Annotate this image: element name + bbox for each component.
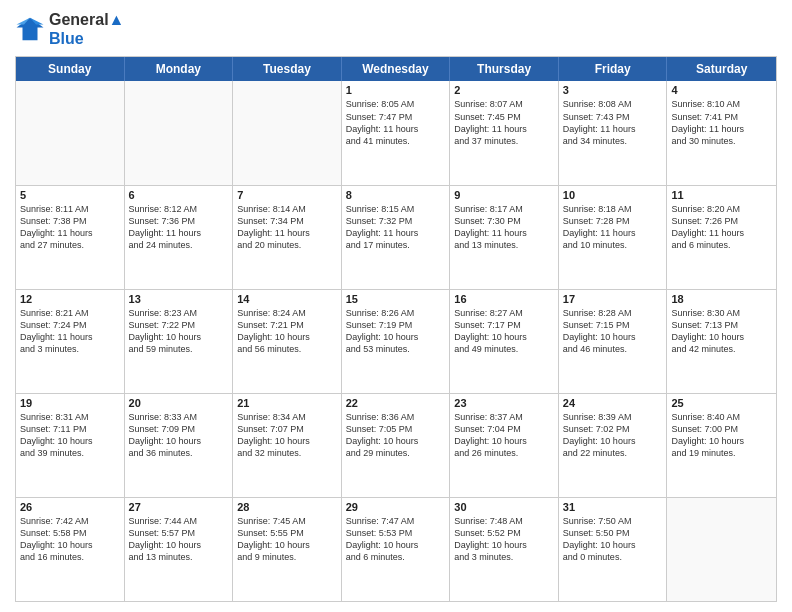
cell-info: Sunrise: 8:37 AM Sunset: 7:04 PM Dayligh… (454, 411, 554, 460)
day-number: 30 (454, 501, 554, 513)
day-number: 25 (671, 397, 772, 409)
day-number: 23 (454, 397, 554, 409)
calendar-cell: 18Sunrise: 8:30 AM Sunset: 7:13 PM Dayli… (667, 290, 776, 393)
cell-info: Sunrise: 7:48 AM Sunset: 5:52 PM Dayligh… (454, 515, 554, 564)
day-number: 24 (563, 397, 663, 409)
calendar-cell: 1Sunrise: 8:05 AM Sunset: 7:47 PM Daylig… (342, 81, 451, 184)
day-number: 20 (129, 397, 229, 409)
day-number: 7 (237, 189, 337, 201)
day-number: 2 (454, 84, 554, 96)
calendar-cell: 3Sunrise: 8:08 AM Sunset: 7:43 PM Daylig… (559, 81, 668, 184)
day-number: 4 (671, 84, 772, 96)
cell-info: Sunrise: 8:27 AM Sunset: 7:17 PM Dayligh… (454, 307, 554, 356)
day-number: 12 (20, 293, 120, 305)
cell-info: Sunrise: 8:12 AM Sunset: 7:36 PM Dayligh… (129, 203, 229, 252)
day-number: 11 (671, 189, 772, 201)
weekday-header: Sunday (16, 57, 125, 81)
calendar-cell: 4Sunrise: 8:10 AM Sunset: 7:41 PM Daylig… (667, 81, 776, 184)
day-number: 13 (129, 293, 229, 305)
day-number: 31 (563, 501, 663, 513)
calendar-cell: 11Sunrise: 8:20 AM Sunset: 7:26 PM Dayli… (667, 186, 776, 289)
calendar-cell: 6Sunrise: 8:12 AM Sunset: 7:36 PM Daylig… (125, 186, 234, 289)
calendar-header: SundayMondayTuesdayWednesdayThursdayFrid… (16, 57, 776, 81)
cell-info: Sunrise: 7:45 AM Sunset: 5:55 PM Dayligh… (237, 515, 337, 564)
cell-info: Sunrise: 8:39 AM Sunset: 7:02 PM Dayligh… (563, 411, 663, 460)
day-number: 9 (454, 189, 554, 201)
logo: General▲ Blue (15, 10, 124, 48)
cell-info: Sunrise: 8:18 AM Sunset: 7:28 PM Dayligh… (563, 203, 663, 252)
cell-info: Sunrise: 8:05 AM Sunset: 7:47 PM Dayligh… (346, 98, 446, 147)
cell-info: Sunrise: 8:15 AM Sunset: 7:32 PM Dayligh… (346, 203, 446, 252)
day-number: 16 (454, 293, 554, 305)
day-number: 10 (563, 189, 663, 201)
calendar-cell: 9Sunrise: 8:17 AM Sunset: 7:30 PM Daylig… (450, 186, 559, 289)
day-number: 15 (346, 293, 446, 305)
svg-marker-0 (17, 18, 44, 41)
day-number: 6 (129, 189, 229, 201)
calendar-cell: 17Sunrise: 8:28 AM Sunset: 7:15 PM Dayli… (559, 290, 668, 393)
calendar-cell: 19Sunrise: 8:31 AM Sunset: 7:11 PM Dayli… (16, 394, 125, 497)
logo-icon (15, 14, 45, 44)
day-number: 29 (346, 501, 446, 513)
cell-info: Sunrise: 8:36 AM Sunset: 7:05 PM Dayligh… (346, 411, 446, 460)
calendar-cell: 15Sunrise: 8:26 AM Sunset: 7:19 PM Dayli… (342, 290, 451, 393)
calendar-cell: 29Sunrise: 7:47 AM Sunset: 5:53 PM Dayli… (342, 498, 451, 601)
day-number: 18 (671, 293, 772, 305)
day-number: 21 (237, 397, 337, 409)
calendar-row: 26Sunrise: 7:42 AM Sunset: 5:58 PM Dayli… (16, 498, 776, 601)
cell-info: Sunrise: 7:50 AM Sunset: 5:50 PM Dayligh… (563, 515, 663, 564)
day-number: 26 (20, 501, 120, 513)
calendar-cell: 30Sunrise: 7:48 AM Sunset: 5:52 PM Dayli… (450, 498, 559, 601)
weekday-header: Wednesday (342, 57, 451, 81)
day-number: 5 (20, 189, 120, 201)
weekday-header: Friday (559, 57, 668, 81)
calendar-row: 5Sunrise: 8:11 AM Sunset: 7:38 PM Daylig… (16, 186, 776, 290)
calendar-cell: 14Sunrise: 8:24 AM Sunset: 7:21 PM Dayli… (233, 290, 342, 393)
calendar-cell: 16Sunrise: 8:27 AM Sunset: 7:17 PM Dayli… (450, 290, 559, 393)
calendar-row: 12Sunrise: 8:21 AM Sunset: 7:24 PM Dayli… (16, 290, 776, 394)
calendar-cell: 2Sunrise: 8:07 AM Sunset: 7:45 PM Daylig… (450, 81, 559, 184)
cell-info: Sunrise: 8:11 AM Sunset: 7:38 PM Dayligh… (20, 203, 120, 252)
calendar-cell: 13Sunrise: 8:23 AM Sunset: 7:22 PM Dayli… (125, 290, 234, 393)
day-number: 17 (563, 293, 663, 305)
calendar-cell: 5Sunrise: 8:11 AM Sunset: 7:38 PM Daylig… (16, 186, 125, 289)
page-header: General▲ Blue (15, 10, 777, 48)
calendar-cell: 27Sunrise: 7:44 AM Sunset: 5:57 PM Dayli… (125, 498, 234, 601)
cell-info: Sunrise: 8:08 AM Sunset: 7:43 PM Dayligh… (563, 98, 663, 147)
calendar-cell: 22Sunrise: 8:36 AM Sunset: 7:05 PM Dayli… (342, 394, 451, 497)
cell-info: Sunrise: 8:20 AM Sunset: 7:26 PM Dayligh… (671, 203, 772, 252)
cell-info: Sunrise: 8:34 AM Sunset: 7:07 PM Dayligh… (237, 411, 337, 460)
cell-info: Sunrise: 8:40 AM Sunset: 7:00 PM Dayligh… (671, 411, 772, 460)
cell-info: Sunrise: 8:10 AM Sunset: 7:41 PM Dayligh… (671, 98, 772, 147)
calendar-cell: 12Sunrise: 8:21 AM Sunset: 7:24 PM Dayli… (16, 290, 125, 393)
cell-info: Sunrise: 8:33 AM Sunset: 7:09 PM Dayligh… (129, 411, 229, 460)
calendar-cell: 25Sunrise: 8:40 AM Sunset: 7:00 PM Dayli… (667, 394, 776, 497)
weekday-header: Saturday (667, 57, 776, 81)
calendar-row: 19Sunrise: 8:31 AM Sunset: 7:11 PM Dayli… (16, 394, 776, 498)
calendar-body: 1Sunrise: 8:05 AM Sunset: 7:47 PM Daylig… (16, 81, 776, 601)
calendar-cell: 31Sunrise: 7:50 AM Sunset: 5:50 PM Dayli… (559, 498, 668, 601)
day-number: 3 (563, 84, 663, 96)
calendar-cell: 10Sunrise: 8:18 AM Sunset: 7:28 PM Dayli… (559, 186, 668, 289)
calendar-cell (125, 81, 234, 184)
cell-info: Sunrise: 7:42 AM Sunset: 5:58 PM Dayligh… (20, 515, 120, 564)
weekday-header: Tuesday (233, 57, 342, 81)
cell-info: Sunrise: 8:21 AM Sunset: 7:24 PM Dayligh… (20, 307, 120, 356)
cell-info: Sunrise: 8:26 AM Sunset: 7:19 PM Dayligh… (346, 307, 446, 356)
weekday-header: Thursday (450, 57, 559, 81)
cell-info: Sunrise: 8:30 AM Sunset: 7:13 PM Dayligh… (671, 307, 772, 356)
day-number: 22 (346, 397, 446, 409)
cell-info: Sunrise: 7:44 AM Sunset: 5:57 PM Dayligh… (129, 515, 229, 564)
day-number: 8 (346, 189, 446, 201)
cell-info: Sunrise: 8:23 AM Sunset: 7:22 PM Dayligh… (129, 307, 229, 356)
day-number: 27 (129, 501, 229, 513)
calendar: SundayMondayTuesdayWednesdayThursdayFrid… (15, 56, 777, 602)
calendar-cell: 26Sunrise: 7:42 AM Sunset: 5:58 PM Dayli… (16, 498, 125, 601)
calendar-row: 1Sunrise: 8:05 AM Sunset: 7:47 PM Daylig… (16, 81, 776, 185)
day-number: 28 (237, 501, 337, 513)
calendar-cell (667, 498, 776, 601)
calendar-cell: 7Sunrise: 8:14 AM Sunset: 7:34 PM Daylig… (233, 186, 342, 289)
calendar-cell: 20Sunrise: 8:33 AM Sunset: 7:09 PM Dayli… (125, 394, 234, 497)
cell-info: Sunrise: 8:17 AM Sunset: 7:30 PM Dayligh… (454, 203, 554, 252)
cell-info: Sunrise: 8:07 AM Sunset: 7:45 PM Dayligh… (454, 98, 554, 147)
